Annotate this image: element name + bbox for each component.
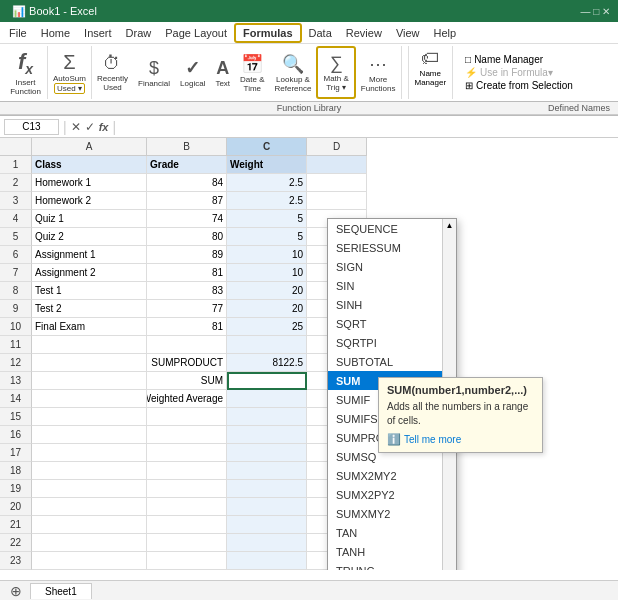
cell-a8[interactable]: Test 1	[32, 282, 147, 300]
menu-help[interactable]: Help	[427, 25, 464, 41]
dropdown-item-tan[interactable]: TAN	[328, 523, 456, 542]
dropdown-item-sumx2my2[interactable]: SUMX2MY2	[328, 466, 456, 485]
cell-a2[interactable]: Homework 1	[32, 174, 147, 192]
cell-b19[interactable]	[147, 480, 227, 498]
menu-draw[interactable]: Draw	[119, 25, 159, 41]
cell-d2[interactable]	[307, 174, 367, 192]
cell-a19[interactable]	[32, 480, 147, 498]
cell-a14[interactable]	[32, 390, 147, 408]
cell-a15[interactable]	[32, 408, 147, 426]
cell-a7[interactable]: Assignment 2	[32, 264, 147, 282]
menu-pagelayout[interactable]: Page Layout	[158, 25, 234, 41]
cell-a5[interactable]: Quiz 2	[32, 228, 147, 246]
more-functions-btn[interactable]: ⋯ MoreFunctions	[356, 46, 402, 99]
cell-c23[interactable]	[227, 552, 307, 570]
cell-b15[interactable]	[147, 408, 227, 426]
cell-d3[interactable]	[307, 192, 367, 210]
cell-a21[interactable]	[32, 516, 147, 534]
cell-c8[interactable]: 20	[227, 282, 307, 300]
cell-c11[interactable]	[227, 336, 307, 354]
cell-a1[interactable]: Class	[32, 156, 147, 174]
math-trig-btn[interactable]: ∑ Math &Trig ▾	[316, 46, 355, 99]
cell-b11[interactable]	[147, 336, 227, 354]
window-controls[interactable]: — □ ✕	[580, 6, 610, 17]
cell-c15[interactable]	[227, 408, 307, 426]
menu-view[interactable]: View	[389, 25, 427, 41]
create-from-selection-btn[interactable]: ⊞Create from Selection	[461, 79, 577, 92]
cell-a4[interactable]: Quiz 1	[32, 210, 147, 228]
cell-c6[interactable]: 10	[227, 246, 307, 264]
col-header-a[interactable]: A	[32, 138, 147, 156]
cell-b14[interactable]: Weighted Average	[147, 390, 227, 408]
cell-c18[interactable]	[227, 462, 307, 480]
dropdown-item-sumxmy2[interactable]: SUMXMY2	[328, 504, 456, 523]
cell-a3[interactable]: Homework 2	[32, 192, 147, 210]
cell-c20[interactable]	[227, 498, 307, 516]
use-in-formula-btn[interactable]: ⚡Use in Formula▾	[461, 66, 577, 79]
cell-b20[interactable]	[147, 498, 227, 516]
menu-formulas[interactable]: Formulas	[234, 23, 302, 43]
cell-b10[interactable]: 81	[147, 318, 227, 336]
cell-c9[interactable]: 20	[227, 300, 307, 318]
cell-c16[interactable]	[227, 426, 307, 444]
name-box[interactable]	[4, 119, 59, 135]
cell-a13[interactable]	[32, 372, 147, 390]
cell-a18[interactable]	[32, 462, 147, 480]
recently-used-btn[interactable]: ⏱ RecentlyUsed	[92, 46, 133, 99]
cell-c10[interactable]: 25	[227, 318, 307, 336]
insert-function-btn[interactable]: fx InsertFunction	[4, 46, 48, 99]
cell-a22[interactable]	[32, 534, 147, 552]
cell-c5[interactable]: 5	[227, 228, 307, 246]
cell-c14[interactable]	[227, 390, 307, 408]
cell-a20[interactable]	[32, 498, 147, 516]
dropdown-item-sequence[interactable]: SEQUENCE	[328, 219, 456, 238]
define-name-btn[interactable]: □Name Manager	[461, 53, 577, 66]
cell-b9[interactable]: 77	[147, 300, 227, 318]
dropdown-item-sinh[interactable]: SINH	[328, 295, 456, 314]
cell-b22[interactable]	[147, 534, 227, 552]
cell-d1[interactable]	[307, 156, 367, 174]
new-sheet-btn[interactable]: ⊕	[4, 582, 28, 600]
lookup-btn[interactable]: 🔍 Lookup &Reference	[270, 46, 317, 99]
name-manager-btn[interactable]: 🏷 NameManager	[415, 48, 447, 87]
fx-formula-icon[interactable]: fx	[99, 121, 109, 133]
dropdown-item-sumx2py2[interactable]: SUMX2PY2	[328, 485, 456, 504]
date-time-btn[interactable]: 📅 Date &Time	[235, 46, 269, 99]
cell-a10[interactable]: Final Exam	[32, 318, 147, 336]
dropdown-item-tanh[interactable]: TANH	[328, 542, 456, 561]
dropdown-item-subtotal[interactable]: SUBTOTAL	[328, 352, 456, 371]
cell-b21[interactable]	[147, 516, 227, 534]
dropdown-item-sqrtpi[interactable]: SQRTPI	[328, 333, 456, 352]
cell-a17[interactable]	[32, 444, 147, 462]
cell-b4[interactable]: 74	[147, 210, 227, 228]
cell-c3[interactable]: 2.5	[227, 192, 307, 210]
cell-b1[interactable]: Grade	[147, 156, 227, 174]
cell-b6[interactable]: 89	[147, 246, 227, 264]
cell-b2[interactable]: 84	[147, 174, 227, 192]
menu-home[interactable]: Home	[34, 25, 77, 41]
cell-a23[interactable]	[32, 552, 147, 570]
text-btn[interactable]: A Text	[210, 46, 235, 99]
cell-c12[interactable]: 8122.5	[227, 354, 307, 372]
sheet-tab-sheet1[interactable]: Sheet1	[30, 583, 92, 599]
cell-c13[interactable]	[227, 372, 307, 390]
cancel-icon[interactable]: ✕	[71, 120, 81, 134]
cell-b17[interactable]	[147, 444, 227, 462]
tell-me-more-link[interactable]: ℹ️ Tell me more	[387, 433, 534, 446]
dropdown-item-sin[interactable]: SIN	[328, 276, 456, 295]
cell-c7[interactable]: 10	[227, 264, 307, 282]
cell-b8[interactable]: 83	[147, 282, 227, 300]
dropdown-item-seriessum[interactable]: SERIESSUM	[328, 238, 456, 257]
financial-btn[interactable]: $ Financial	[133, 46, 175, 99]
menu-review[interactable]: Review	[339, 25, 389, 41]
menu-data[interactable]: Data	[302, 25, 339, 41]
dropdown-item-sqrt[interactable]: SQRT	[328, 314, 456, 333]
cell-a16[interactable]	[32, 426, 147, 444]
cell-b18[interactable]	[147, 462, 227, 480]
cell-b13[interactable]: SUM	[147, 372, 227, 390]
cell-c21[interactable]	[227, 516, 307, 534]
col-header-c[interactable]: C	[227, 138, 307, 156]
menu-file[interactable]: File	[2, 25, 34, 41]
autosum-btn[interactable]: Σ AutoSum Used ▾	[48, 46, 92, 99]
cell-b23[interactable]	[147, 552, 227, 570]
